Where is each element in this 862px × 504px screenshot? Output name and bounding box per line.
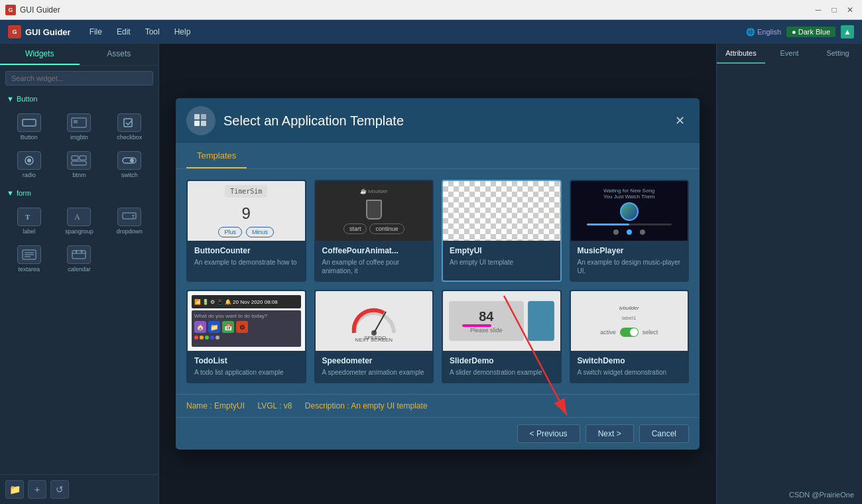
widget-dropdown[interactable]: dropdown <box>105 204 153 239</box>
widget-label-label: label <box>23 228 35 235</box>
widget-radio[interactable]: radio <box>5 147 53 182</box>
imgbtn-icon <box>67 113 91 132</box>
calendar-icon <box>67 245 91 264</box>
sidebar-tab-assets[interactable]: Assets <box>80 44 159 65</box>
dialog-footer: < Previous Next > Cancel <box>176 417 700 450</box>
svg-text:A: A <box>74 212 80 221</box>
template-name-button-counter: ButtonCounter <box>194 246 298 255</box>
sidebar-tab-widgets[interactable]: Widgets <box>0 44 80 65</box>
template-info-button-counter: ButtonCounter An example to demonstrate … <box>188 241 305 272</box>
template-slider-demo[interactable]: 84 Please slide <box>442 290 562 383</box>
template-grid: TimerSim 9 Plus Minus ButtonCounter An e… <box>176 169 700 394</box>
widget-calendar[interactable]: calendar <box>56 241 103 277</box>
btnm-icon <box>67 151 91 170</box>
template-todo-list[interactable]: 📶 🔋 ⚙ 📱 🔔 20 Nov 2020 08:08 What do you … <box>186 290 306 383</box>
spangroup-icon: A <box>67 208 91 226</box>
sidebar-tabs: Widgets Assets <box>0 44 158 66</box>
template-preview-music-player: Waiting for New SongYou Just Watch Them <box>571 181 688 241</box>
template-button-counter[interactable]: TimerSim 9 Plus Minus ButtonCounter An e… <box>186 180 306 282</box>
selected-desc-value: An empty UI template <box>351 401 427 410</box>
template-switch-demo[interactable]: lvbuilder label1 active select <box>570 290 690 383</box>
sidebar-refresh-btn[interactable]: ↺ <box>50 480 69 499</box>
selected-lvgl-value: v8 <box>284 401 292 410</box>
app-icon: G <box>5 5 16 15</box>
title-close-button[interactable]: ✕ <box>843 3 857 17</box>
menu-edit[interactable]: Edit <box>110 25 137 39</box>
sidebar-bottom: 📁 + ↺ <box>0 474 158 504</box>
template-empty-ui[interactable]: EmptyUI An empty UI template <box>442 180 562 282</box>
app-logo: G GUI Guider <box>8 25 71 38</box>
svg-text:T: T <box>25 213 31 221</box>
next-button[interactable]: Next > <box>585 424 634 443</box>
section-label: Button <box>17 95 38 103</box>
menu-help[interactable]: Help <box>168 25 198 39</box>
template-speedometer[interactable]: SPEEDO NEXT SCREEN Speedometer A speedom… <box>314 290 434 383</box>
menu-file[interactable]: File <box>83 25 109 39</box>
template-preview-switch: lvbuilder label1 active select <box>571 291 688 351</box>
widget-label[interactable]: T label <box>5 204 53 239</box>
dialog-tab-templates[interactable]: Templates <box>186 144 247 168</box>
svg-rect-22 <box>194 121 200 126</box>
button-icon <box>17 113 41 132</box>
widget-btnm[interactable]: btnm <box>56 147 103 182</box>
lvgl-label: LVGL : <box>257 401 281 410</box>
maximize-button[interactable]: □ <box>828 3 841 17</box>
selected-info-bar: Name : EmptyUI LVGL : v8 Description : A… <box>176 394 700 417</box>
template-preview-empty-ui <box>443 181 560 241</box>
cancel-button[interactable]: Cancel <box>639 424 689 443</box>
switch-icon <box>117 151 141 170</box>
svg-rect-25 <box>201 114 206 119</box>
template-desc-music-player: An example to design music-player UI. <box>578 258 682 275</box>
template-name-switch: SwitchDemo <box>578 356 682 365</box>
svg-rect-2 <box>74 120 78 123</box>
radio-icon <box>17 151 41 170</box>
title-bar-controls: ─ □ ✕ <box>812 3 857 17</box>
svg-rect-23 <box>201 121 206 126</box>
widget-textarea[interactable]: textarea <box>5 241 53 277</box>
section-form[interactable]: ▼ form <box>0 185 158 201</box>
widget-button[interactable]: Button <box>5 109 53 145</box>
widget-imgbtn[interactable]: imgbtn <box>56 109 103 145</box>
template-coffee-pour[interactable]: ☕ lvbuilder start continue CoffeePourAni… <box>314 180 434 282</box>
modal-overlay: Select an Application Template ✕ Templat… <box>159 44 716 504</box>
sidebar-add-btn[interactable]: + <box>28 480 46 499</box>
template-name-slider: SliderDemo <box>450 356 554 365</box>
section-button[interactable]: ▼ Button <box>0 91 158 107</box>
textarea-icon <box>17 245 41 264</box>
right-tab-attributes[interactable]: Attributes <box>717 44 765 64</box>
template-music-player[interactable]: Waiting for New SongYou Just Watch Them <box>570 180 690 282</box>
left-sidebar: Widgets Assets ▼ Button Button imgbtn <box>0 44 159 504</box>
dialog-header: Select an Application Template ✕ <box>176 98 700 144</box>
user-icon: ▲ <box>841 25 854 38</box>
right-tab-setting[interactable]: Setting <box>814 44 862 64</box>
template-info-empty-ui: EmptyUI An empty UI template <box>443 241 560 272</box>
checkbox-icon <box>117 113 141 132</box>
app-logo-icon: G <box>8 25 21 38</box>
menu-bar: G GUI Guider File Edit Tool Help 🌐 Engli… <box>0 20 862 44</box>
search-input[interactable] <box>5 71 153 86</box>
title-bar: G GUI Guider ─ □ ✕ <box>0 0 862 20</box>
language-selector[interactable]: 🌐 English <box>746 28 781 36</box>
previous-button[interactable]: < Previous <box>517 424 580 443</box>
widget-switch[interactable]: switch <box>105 147 153 182</box>
svg-rect-7 <box>80 156 86 160</box>
minimize-button[interactable]: ─ <box>812 3 825 17</box>
widget-checkbox[interactable]: checkbox <box>105 109 153 145</box>
theme-selector[interactable]: ● Dark Blue <box>786 27 835 37</box>
sidebar-folder-btn[interactable]: 📁 <box>5 480 24 499</box>
language-label: English <box>757 28 781 36</box>
menu-tool[interactable]: Tool <box>139 25 166 39</box>
widget-btnm-label: btnm <box>72 172 86 178</box>
template-desc-slider: A slider demonstration example <box>450 368 554 377</box>
widget-spangroup[interactable]: A spangroup <box>56 204 103 239</box>
center-canvas: Select an Application Template ✕ Templat… <box>159 44 716 504</box>
svg-rect-24 <box>194 114 200 119</box>
template-info-music-player: MusicPlayer An example to design music-p… <box>571 241 688 281</box>
widget-spangroup-label: spangroup <box>65 228 93 235</box>
right-tab-event[interactable]: Event <box>765 44 814 64</box>
template-name-empty-ui: EmptyUI <box>450 246 554 255</box>
title-bar-text: GUI Guider <box>20 5 812 15</box>
widget-button-label: Button <box>21 134 38 141</box>
dialog-close-button[interactable]: ✕ <box>670 111 689 130</box>
dialog-title-area: Select an Application Template <box>186 106 404 135</box>
